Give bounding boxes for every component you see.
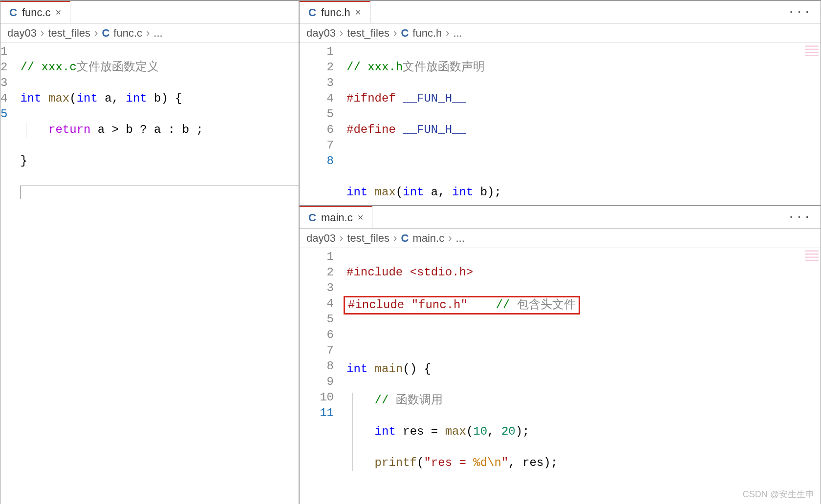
- pane-func-c: C func.c × day03› test_files› C func.c› …: [0, 0, 299, 504]
- chevron-right-icon: ›: [146, 27, 150, 40]
- breadcrumb[interactable]: day03› test_files› C func.c› ...: [0, 23, 299, 43]
- chevron-right-icon: ›: [393, 232, 397, 245]
- cursor-line-box: [20, 186, 299, 199]
- close-icon[interactable]: ×: [355, 7, 361, 18]
- c-file-icon: C: [9, 6, 17, 19]
- crumb[interactable]: test_files: [347, 232, 389, 245]
- pane-func-h: C func.h × ··· day03› test_files› C func…: [299, 0, 821, 206]
- close-icon[interactable]: ×: [56, 7, 62, 18]
- editor-area[interactable]: 1 2 3 4 5 // xxx.c文件放函数定义 int max(int a,…: [0, 43, 299, 504]
- minimap[interactable]: [805, 250, 819, 261]
- crumb[interactable]: ...: [153, 27, 162, 40]
- code-content[interactable]: // xxx.h文件放函数声明 #ifndef __FUN_H__ #defin…: [346, 43, 821, 205]
- close-icon[interactable]: ×: [358, 212, 364, 223]
- tab-func-c[interactable]: C func.c ×: [0, 1, 70, 23]
- breadcrumb[interactable]: day03› test_files› C main.c› ...: [300, 229, 821, 248]
- tab-func-h[interactable]: C func.h ×: [300, 1, 370, 23]
- crumb[interactable]: ...: [455, 232, 464, 245]
- tab-label: func.h: [321, 6, 350, 19]
- c-file-icon: C: [308, 211, 316, 224]
- c-file-icon: C: [102, 27, 109, 40]
- editor-area[interactable]: 1 2 3 4 5 6 7 8 // xxx.h文件放函数声明 #ifndef …: [300, 43, 821, 205]
- line-gutter: 1 2 3 4 5 6 7 8: [300, 43, 346, 205]
- pane-main-c: C main.c × ··· day03› test_files› C main…: [299, 206, 821, 504]
- chevron-right-icon: ›: [41, 27, 44, 40]
- chevron-right-icon: ›: [448, 232, 452, 245]
- minimap[interactable]: [805, 45, 819, 56]
- crumb[interactable]: test_files: [48, 27, 90, 40]
- crumb[interactable]: func.c: [113, 27, 142, 40]
- more-actions-icon[interactable]: ···: [779, 5, 821, 19]
- code-content[interactable]: // xxx.c文件放函数定义 int max(int a, int b) { …: [20, 43, 299, 504]
- breadcrumb[interactable]: day03› test_files› C func.h› ...: [300, 23, 821, 43]
- chevron-right-icon: ›: [393, 27, 397, 40]
- tab-main-c[interactable]: C main.c ×: [300, 206, 372, 228]
- chevron-right-icon: ›: [340, 232, 343, 245]
- c-file-icon: C: [308, 6, 316, 19]
- crumb[interactable]: day03: [306, 232, 336, 245]
- crumb[interactable]: day03: [306, 27, 336, 40]
- tab-label: main.c: [321, 211, 353, 224]
- c-file-icon: C: [401, 232, 409, 245]
- tabbar: C main.c × ···: [300, 206, 821, 229]
- tabbar: C func.h × ···: [300, 1, 821, 23]
- editor-area[interactable]: 1 2 3 4 5 6 7 8 9 10 11 #include <stdio.…: [300, 248, 821, 504]
- watermark: CSDN @安生生申: [743, 488, 814, 500]
- chevron-right-icon: ›: [94, 27, 98, 40]
- crumb[interactable]: test_files: [347, 27, 389, 40]
- c-file-icon: C: [401, 27, 409, 40]
- crumb[interactable]: func.h: [412, 27, 442, 40]
- highlighted-include: #include "func.h" // 包含头文件: [344, 296, 580, 315]
- line-gutter: 1 2 3 4 5 6 7 8 9 10 11: [300, 248, 346, 504]
- crumb[interactable]: main.c: [412, 232, 444, 245]
- more-actions-icon[interactable]: ···: [779, 210, 821, 224]
- tab-label: func.c: [22, 6, 51, 19]
- chevron-right-icon: ›: [340, 27, 343, 40]
- line-gutter: 1 2 3 4 5: [0, 43, 20, 504]
- code-content[interactable]: #include <stdio.h> #include "func.h" // …: [346, 248, 821, 504]
- crumb[interactable]: day03: [7, 27, 37, 40]
- editor-grid: C func.h × ··· day03› test_files› C func…: [0, 0, 821, 425]
- chevron-right-icon: ›: [446, 27, 449, 40]
- tabbar: C func.c ×: [0, 1, 299, 23]
- crumb[interactable]: ...: [454, 27, 462, 40]
